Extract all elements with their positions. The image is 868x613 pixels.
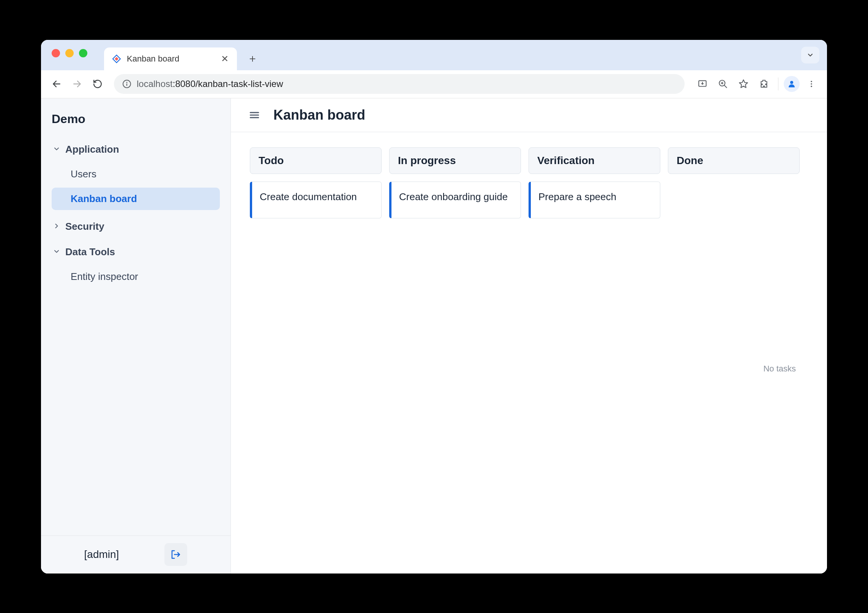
close-tab-button[interactable]: ✕ bbox=[220, 54, 229, 64]
group-head-data-tools[interactable]: Data Tools bbox=[48, 241, 224, 263]
site-info-icon[interactable] bbox=[122, 79, 131, 88]
card-title: Create documentation bbox=[260, 191, 357, 202]
kanban-column-in-progress: In progress Create onboarding guide bbox=[389, 147, 521, 218]
sidebar-item-label: Entity inspector bbox=[71, 271, 138, 282]
toolbar-actions bbox=[694, 75, 820, 93]
install-app-icon[interactable] bbox=[694, 75, 711, 93]
profile-button[interactable] bbox=[784, 76, 800, 92]
tab-favicon-icon bbox=[112, 54, 122, 64]
bookmark-icon[interactable] bbox=[735, 75, 752, 93]
address-bar[interactable]: localhost:8080/kanban-task-list-view bbox=[114, 74, 685, 94]
drawer-toggle-button[interactable] bbox=[246, 107, 263, 123]
sidebar-item-kanban-board[interactable]: Kanban board bbox=[52, 188, 220, 210]
zoom-icon[interactable] bbox=[714, 75, 732, 93]
group-head-security[interactable]: Security bbox=[48, 215, 224, 238]
kanban-card[interactable]: Create documentation bbox=[250, 182, 382, 218]
forward-button[interactable] bbox=[68, 75, 86, 93]
chevron-right-icon bbox=[52, 221, 62, 232]
kanban-board: Todo Create documentation In progress Cr… bbox=[231, 132, 827, 389]
close-window-button[interactable] bbox=[52, 49, 60, 57]
svg-point-3 bbox=[126, 82, 128, 83]
app-root: Demo Application Users Kanban board bbox=[41, 98, 827, 574]
card-title: Create onboarding guide bbox=[399, 191, 508, 202]
window-controls bbox=[46, 40, 93, 70]
main-content: Kanban board Todo Create documentation I… bbox=[231, 98, 827, 574]
group-head-application[interactable]: Application bbox=[48, 138, 224, 161]
browser-tab-strip: Kanban board ✕ ＋ bbox=[41, 40, 827, 70]
maximize-window-button[interactable] bbox=[79, 49, 87, 57]
svg-point-12 bbox=[811, 83, 812, 85]
group-label: Application bbox=[65, 144, 119, 155]
group-label: Security bbox=[65, 221, 104, 232]
column-header: In progress bbox=[389, 147, 521, 174]
kanban-card[interactable]: Prepare a speech bbox=[529, 182, 660, 218]
svg-point-13 bbox=[811, 86, 812, 87]
browser-tab[interactable]: Kanban board ✕ bbox=[104, 47, 237, 70]
reload-button[interactable] bbox=[89, 75, 106, 93]
extensions-icon[interactable] bbox=[755, 75, 773, 93]
svg-point-10 bbox=[790, 81, 793, 84]
minimize-window-button[interactable] bbox=[65, 49, 74, 57]
svg-line-7 bbox=[724, 85, 727, 88]
new-tab-button[interactable]: ＋ bbox=[243, 49, 262, 68]
page-header: Kanban board bbox=[231, 98, 827, 132]
page-title: Kanban board bbox=[273, 107, 365, 123]
chevron-down-icon bbox=[52, 144, 62, 155]
nav-group-application: Application Users Kanban board bbox=[41, 137, 230, 214]
toolbar-separator bbox=[778, 77, 778, 90]
sidebar-item-entity-inspector[interactable]: Entity inspector bbox=[52, 265, 220, 288]
current-user: [admin] bbox=[84, 548, 119, 561]
url-text: localhost:8080/kanban-task-list-view bbox=[137, 79, 283, 89]
kanban-card[interactable]: Create onboarding guide bbox=[389, 182, 521, 218]
svg-rect-4 bbox=[126, 84, 127, 86]
kanban-column-done: Done No tasks bbox=[668, 147, 800, 374]
browser-toolbar: localhost:8080/kanban-task-list-view bbox=[41, 70, 827, 98]
sidebar-item-users[interactable]: Users bbox=[52, 163, 220, 185]
sidebar: Demo Application Users Kanban board bbox=[41, 98, 231, 574]
empty-state-text: No tasks bbox=[668, 182, 800, 374]
column-header: Done bbox=[668, 147, 800, 174]
kanban-column-verification: Verification Prepare a speech bbox=[529, 147, 660, 218]
group-label: Data Tools bbox=[65, 246, 115, 258]
tabs-dropdown-button[interactable] bbox=[801, 47, 819, 63]
svg-marker-1 bbox=[115, 57, 118, 61]
back-button[interactable] bbox=[48, 75, 65, 93]
svg-point-11 bbox=[811, 81, 812, 82]
sidebar-item-label: Users bbox=[71, 168, 96, 180]
column-header: Todo bbox=[250, 147, 382, 174]
sidebar-footer: [admin] bbox=[41, 536, 230, 574]
kanban-column-todo: Todo Create documentation bbox=[250, 147, 382, 218]
app-name: Demo bbox=[41, 107, 230, 137]
logout-button[interactable] bbox=[164, 543, 187, 566]
card-title: Prepare a speech bbox=[538, 191, 616, 202]
chevron-down-icon bbox=[52, 246, 62, 258]
nav-group-security: Security bbox=[41, 214, 230, 239]
nav-group-data-tools: Data Tools Entity inspector bbox=[41, 239, 230, 292]
column-header: Verification bbox=[529, 147, 660, 174]
browser-window: Kanban board ✕ ＋ localhost:8080/kanban-t… bbox=[41, 40, 827, 574]
sidebar-item-label: Kanban board bbox=[71, 193, 137, 204]
menu-button[interactable] bbox=[803, 75, 820, 93]
tab-title: Kanban board bbox=[127, 54, 215, 64]
